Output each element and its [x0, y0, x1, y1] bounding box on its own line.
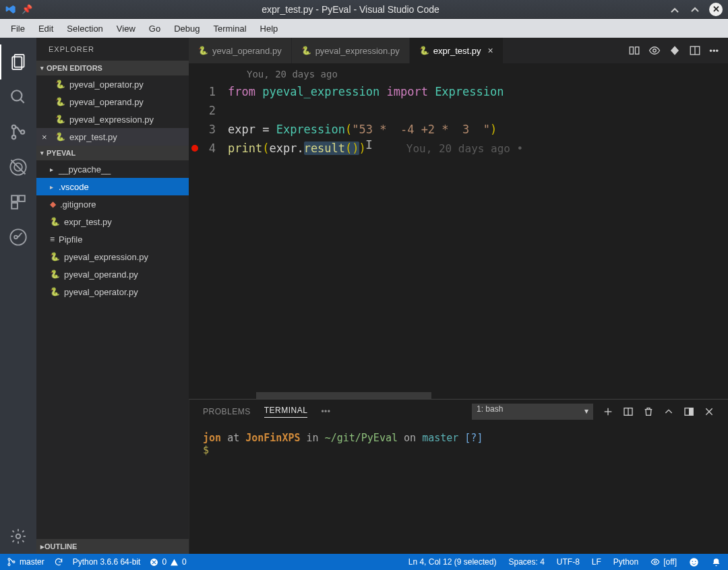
status-sync[interactable] [54, 557, 63, 567]
tree-file[interactable]: 🐍pyeval_expression.py [36, 248, 189, 265]
git-icon: ◆ [50, 199, 56, 209]
activity-explorer[interactable] [0, 44, 36, 80]
status-indent[interactable]: Spaces: 4 [508, 557, 544, 567]
tree-folder[interactable]: ▸__pycache__ [36, 160, 189, 178]
svg-rect-26 [690, 408, 693, 416]
panel-tab-more[interactable]: ••• [321, 407, 330, 416]
code-editor[interactable]: You, 20 days ago 1 from pyeval_expressio… [189, 63, 728, 399]
titlebar: 📌 expr_test.py - PyEval - Visual Studio … [0, 0, 728, 19]
new-terminal-icon[interactable] [603, 406, 613, 417]
panel-close-icon[interactable] [704, 406, 715, 417]
menubar: File Edit Selection View Go Debug Termin… [0, 19, 728, 38]
open-editor-item[interactable]: 🐍pyeval_operand.py [36, 93, 189, 110]
panel-tab-terminal[interactable]: TERMINAL [264, 406, 308, 418]
tree-file[interactable]: 🐍expr_test.py [36, 213, 189, 230]
editor-tab-active[interactable]: 🐍expr_test.py× [410, 38, 504, 63]
open-editor-item[interactable]: 🐍pyeval_expression.py [36, 110, 189, 128]
menu-terminal[interactable]: Terminal [208, 22, 251, 36]
activity-gitlens[interactable] [0, 220, 36, 255]
breakpoint-icon[interactable] [191, 145, 198, 152]
svg-point-31 [13, 561, 15, 563]
svg-point-37 [692, 561, 694, 562]
panel-layout-icon[interactable] [684, 406, 694, 417]
menu-edit[interactable]: Edit [33, 22, 59, 36]
python-icon: 🐍 [55, 97, 65, 106]
activity-extensions[interactable] [0, 185, 36, 220]
svg-line-3 [20, 99, 24, 102]
pin-icon[interactable]: 📌 [22, 4, 32, 15]
menu-debug[interactable]: Debug [169, 22, 205, 36]
menu-go[interactable]: Go [144, 22, 166, 36]
window-title: expr_test.py - PyEval - Visual Studio Co… [32, 4, 669, 15]
editor-tab[interactable]: 🐍yeval_operand.py [189, 38, 292, 63]
status-branch[interactable]: master [7, 557, 44, 567]
svg-rect-17 [636, 47, 639, 55]
split-editor-icon[interactable] [689, 44, 701, 57]
svg-rect-16 [630, 47, 634, 55]
svg-point-2 [11, 90, 22, 100]
panel-maximize-icon[interactable] [663, 406, 674, 417]
status-python[interactable]: Python 3.6.6 64-bit [73, 557, 141, 567]
diamond-icon[interactable] [669, 44, 681, 57]
minimap[interactable] [688, 63, 728, 399]
status-language[interactable]: Python [613, 557, 638, 567]
python-icon: 🐍 [198, 46, 208, 55]
workspace-header[interactable]: ▾PYEVAL [36, 146, 189, 160]
close-button[interactable]: ✕ [709, 3, 723, 16]
minimize-button[interactable] [669, 3, 681, 15]
svg-point-18 [653, 49, 657, 53]
sidebar-explorer: EXPLORER ▾OPEN EDITORS 🐍pyeval_operator.… [36, 38, 189, 554]
editor-tab[interactable]: 🐍pyeval_expression.py [292, 38, 410, 63]
menu-file[interactable]: File [5, 22, 30, 36]
kill-terminal-icon[interactable] [643, 406, 654, 417]
activity-scm[interactable] [0, 115, 36, 150]
activity-debug[interactable] [0, 150, 36, 185]
open-editors-header[interactable]: ▾OPEN EDITORS [36, 61, 189, 75]
terminal-select[interactable]: 1: bash [472, 404, 593, 420]
status-bell-icon[interactable] [711, 557, 721, 567]
chevron-right-icon: ▸ [50, 166, 53, 173]
status-feedback-icon[interactable] [689, 557, 699, 567]
outline-header[interactable]: ▸OUTLINE [36, 539, 189, 554]
tree-file[interactable]: ◆.gitignore [36, 195, 189, 213]
vscode-window: 📌 expr_test.py - PyEval - Visual Studio … [0, 0, 728, 570]
svg-point-6 [21, 130, 24, 133]
status-problems[interactable]: 0 0 [150, 557, 186, 567]
open-editor-item-active[interactable]: ×🐍expr_test.py [36, 128, 189, 146]
tree-file[interactable]: 🐍pyeval_operator.py [36, 283, 189, 300]
svg-line-9 [11, 160, 26, 175]
tree-folder-selected[interactable]: ▸.vscode [36, 178, 189, 195]
open-editor-item[interactable]: 🐍pyeval_operator.py [36, 75, 189, 93]
line-number: 2 [201, 104, 228, 117]
menu-selection[interactable]: Selection [61, 22, 108, 36]
tree-file[interactable]: ≡Pipfile [36, 230, 189, 248]
workbench: EXPLORER ▾OPEN EDITORS 🐍pyeval_operator.… [0, 38, 728, 554]
preview-icon[interactable] [648, 44, 661, 57]
close-icon[interactable]: × [488, 45, 493, 56]
activity-search[interactable] [0, 80, 36, 115]
compare-icon[interactable] [628, 44, 640, 57]
svg-point-36 [690, 558, 698, 567]
menu-view[interactable]: View [111, 22, 141, 36]
svg-point-14 [14, 236, 18, 239]
status-eol[interactable]: LF [592, 557, 601, 567]
more-icon[interactable]: ••• [709, 46, 719, 56]
panel-tab-problems[interactable]: PROBLEMS [203, 407, 251, 416]
menu-help[interactable]: Help [255, 22, 284, 36]
status-cursor[interactable]: Ln 4, Col 12 (9 selected) [408, 557, 497, 567]
close-icon[interactable]: × [42, 132, 47, 142]
maximize-button[interactable] [689, 3, 701, 15]
editor-scrollbar[interactable] [256, 392, 728, 399]
status-liveshare[interactable]: [off] [650, 557, 677, 567]
python-icon: 🐍 [55, 80, 65, 89]
svg-point-4 [12, 125, 16, 129]
bottom-panel: PROBLEMS TERMINAL ••• 1: bash [189, 399, 728, 554]
activity-settings[interactable] [0, 519, 36, 554]
split-terminal-icon[interactable] [623, 406, 634, 417]
status-encoding[interactable]: UTF-8 [557, 557, 580, 567]
activitybar [0, 38, 36, 554]
svg-point-15 [16, 534, 21, 539]
codelens[interactable]: You, 20 days ago [241, 65, 688, 82]
tree-file[interactable]: 🐍pyeval_operand.py [36, 265, 189, 283]
terminal-output[interactable]: jon at JonFinXPS in ~/git/PyEval on mast… [189, 424, 728, 554]
